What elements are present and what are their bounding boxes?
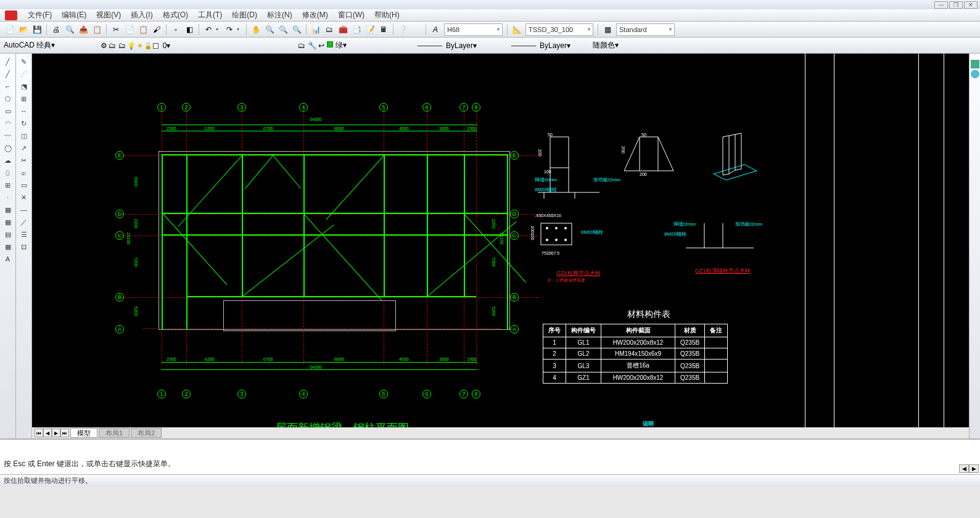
publish-button[interactable]: 📤 — [77, 23, 89, 36]
plotstyle-combo[interactable]: 随颜色▾ — [593, 40, 654, 51]
copy-button[interactable]: 📄 — [123, 23, 136, 36]
circle-tool[interactable]: ◯ — [2, 142, 14, 154]
cmd-scroll-right[interactable]: ▶ — [969, 464, 979, 473]
tab-prev-button[interactable]: ◀ — [43, 429, 52, 437]
layer-combo[interactable]: 💡☀🔓 0▾ — [127, 41, 297, 50]
ellipse-tool[interactable]: ⬯ — [2, 167, 14, 178]
polygon-tool[interactable]: ⬠ — [2, 93, 14, 104]
drawing-canvas[interactable]: 1 2 3 4 5 6 7 8 1 2 3 4 5 6 7 8 A B C D … — [32, 54, 969, 438]
color-combo[interactable]: 绿▾ — [327, 40, 416, 51]
paste-button[interactable]: 📋 — [137, 23, 149, 36]
menu-draw[interactable]: 绘图(D) — [229, 10, 260, 20]
extend-tool[interactable]: ⎄ — [18, 167, 30, 178]
arc-tool[interactable]: ◠ — [2, 118, 14, 129]
restore-button[interactable]: ❐ — [949, 1, 963, 9]
mirror-tool[interactable]: ⬔ — [18, 81, 30, 92]
layer-manager-button[interactable]: 🗂 — [118, 41, 126, 50]
close-button[interactable]: ✕ — [964, 1, 978, 9]
trim-tool[interactable]: ✂ — [18, 155, 30, 166]
undo-button[interactable]: ↶ — [202, 23, 215, 36]
move-tool[interactable]: ↔ — [18, 105, 30, 117]
redo-button[interactable]: ↷ — [223, 23, 236, 36]
navcube-icon[interactable] — [971, 60, 979, 68]
tab-first-button[interactable]: ⏮ — [35, 429, 43, 437]
tab-model[interactable]: 模型 — [70, 428, 97, 438]
menu-window[interactable]: 窗口(W) — [335, 10, 368, 20]
stretch-tool[interactable]: ↗ — [18, 142, 30, 154]
eraser-button[interactable]: ◧ — [183, 23, 196, 36]
tab-layout2[interactable]: 布局2 — [131, 428, 162, 438]
fillet-tool[interactable]: — — [18, 204, 30, 215]
menu-view[interactable]: 视图(V) — [93, 10, 124, 20]
dimstyle-icon[interactable]: 📐 — [511, 23, 523, 36]
table-tool[interactable]: ▦ — [2, 241, 14, 252]
navwheel-icon[interactable] — [971, 70, 979, 78]
toolpalette-button[interactable]: 🧰 — [337, 23, 349, 36]
tab-layout1[interactable]: 布局1 — [99, 428, 130, 438]
tablestyle-icon[interactable]: ▦ — [601, 23, 614, 36]
minimize-button[interactable]: — — [934, 1, 948, 9]
tab-last-button[interactable]: ⏭ — [60, 429, 69, 437]
explode-tool[interactable]: ／ — [18, 216, 30, 228]
insert-tool[interactable]: ⊞ — [2, 179, 14, 191]
scale-tool[interactable]: ◫ — [18, 130, 30, 141]
menu-edit[interactable]: 编辑(E) — [59, 10, 89, 20]
rectangle-tool[interactable]: ▭ — [2, 105, 14, 117]
xline-tool[interactable]: ╱ — [2, 68, 14, 80]
block-button[interactable]: ▫ — [170, 23, 182, 36]
cut-button[interactable]: ✂ — [110, 23, 122, 36]
zoom-rt-button[interactable]: 🔍 — [263, 23, 276, 36]
layer-match-button[interactable]: 🔧 — [308, 41, 317, 50]
tablestyle-combo[interactable]: Standard▾ — [616, 23, 675, 36]
text-tool[interactable]: A — [2, 253, 14, 265]
pline-tool[interactable]: ⌐ — [2, 81, 14, 92]
save-button[interactable]: 💾 — [31, 23, 43, 36]
tab-next-button[interactable]: ▶ — [52, 429, 60, 437]
point-tool[interactable]: · — [2, 192, 14, 203]
lineweight-combo[interactable]: ByLayer▾ — [511, 41, 591, 50]
matchprop-button[interactable]: 🖌 — [150, 23, 163, 36]
command-window[interactable]: 按 Esc 或 Enter 键退出，或单击右键显示快捷菜单。 ◀ ▶ — [0, 438, 980, 474]
line-tool[interactable]: ╱ — [2, 56, 14, 67]
region-tool[interactable]: ▤ — [2, 229, 14, 240]
menu-format[interactable]: 格式(O) — [160, 10, 191, 20]
sheetset-button[interactable]: 📑 — [350, 23, 363, 36]
chamfer-tool[interactable]: ✕ — [18, 192, 30, 203]
dimstyle-combo[interactable]: TSSD_30_100▾ — [525, 23, 593, 36]
menu-help[interactable]: 帮助(H) — [371, 10, 403, 20]
calc-button[interactable]: 🖩 — [377, 23, 390, 36]
plot-button[interactable]: 🖨 — [50, 23, 62, 36]
spline-tool[interactable]: 〰 — [2, 130, 14, 141]
copy-tool[interactable]: ⋰ — [18, 68, 30, 80]
offset-tool[interactable]: ⊞ — [18, 93, 30, 104]
new-button[interactable]: 📄 — [4, 23, 16, 36]
gradient-tool[interactable]: ▦ — [2, 216, 14, 228]
menu-file[interactable]: 文件(F) — [25, 10, 55, 20]
layer-prev-button[interactable]: ↩ — [318, 41, 324, 50]
hatch-tool[interactable]: ▦ — [2, 204, 14, 215]
menu-modify[interactable]: 修改(M) — [299, 10, 331, 20]
sheet-button[interactable]: 📋 — [91, 23, 103, 36]
join-tool[interactable]: ⊡ — [18, 241, 30, 252]
properties-button[interactable]: 📊 — [310, 23, 322, 36]
textstyle-icon[interactable]: A — [429, 23, 442, 36]
break-tool[interactable]: ▭ — [18, 179, 30, 191]
pan-button[interactable]: ✋ — [250, 23, 262, 36]
menu-insert[interactable]: 插入(I) — [128, 10, 155, 20]
markup-button[interactable]: 📝 — [364, 23, 376, 36]
workspace-save-button[interactable]: 🗂 — [109, 41, 116, 50]
linetype-combo[interactable]: ByLayer▾ — [418, 41, 510, 50]
textstyle-combo[interactable]: H68▾ — [444, 23, 503, 36]
menu-dimension[interactable]: 标注(N) — [264, 10, 295, 20]
layer-states-button[interactable]: 🗂 — [298, 41, 305, 50]
preview-button[interactable]: 🔍 — [64, 23, 76, 36]
zoom-win-button[interactable]: 🔍 — [277, 23, 289, 36]
help-button[interactable]: ❔ — [397, 23, 409, 36]
zoom-prev-button[interactable]: 🔍 — [290, 23, 303, 36]
revcloud-tool[interactable]: ☁ — [2, 155, 14, 166]
open-button[interactable]: 📂 — [17, 23, 30, 36]
menu-tools[interactable]: 工具(T) — [195, 10, 225, 20]
array-tool[interactable]: ☰ — [18, 229, 30, 240]
designcenter-button[interactable]: 🗂 — [323, 23, 336, 36]
workspace-combo[interactable]: AutoCAD 经典▾ — [4, 40, 99, 51]
